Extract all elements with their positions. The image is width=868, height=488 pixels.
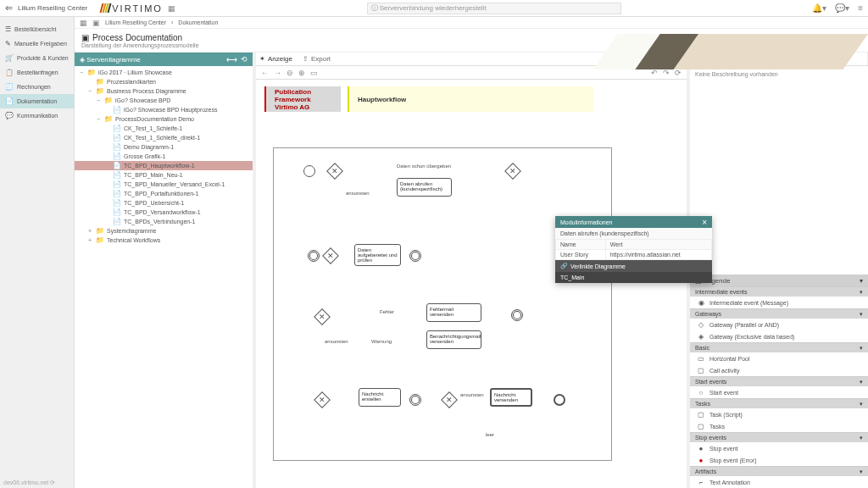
nav-item-1[interactable]: ✎Manuelle Freigaben — [0, 36, 74, 51]
fit-icon[interactable]: ▭ — [310, 69, 318, 77]
tab-metadata[interactable]: ▤Metadaten — [779, 53, 868, 65]
footer-host: dev06.virtimo.net ⟳ — [0, 478, 58, 488]
page-subtitle: Darstellung der Anwendungsprozessmodelle — [81, 42, 199, 48]
bell-icon[interactable]: 🔔▾ — [812, 3, 826, 13]
tree-item[interactable]: −📁iGo? Showcase BPD — [75, 96, 253, 105]
left-nav: ☰Bestellübersicht✎Manuelle Freigaben🛒Pro… — [0, 17, 75, 488]
tab-info[interactable]: ⓘInfo — [690, 53, 779, 65]
tree-item[interactable]: 📄CK_Test_1_Schleife-1 — [75, 124, 253, 133]
legend: ▤ Legende▾ Intermediate events▾ ◉Interme… — [690, 274, 868, 488]
logo: VIRTIMO — [101, 3, 163, 14]
gateway[interactable] — [441, 391, 458, 408]
tree-item[interactable]: 📄Demo Diagramm-1 — [75, 142, 253, 152]
app-title: Lilium Reselling Center — [18, 4, 87, 12]
tree-item[interactable]: 📁Prozesslandkarten — [75, 77, 253, 86]
tree-item[interactable]: 📄Grosse Grafik-1 — [75, 152, 253, 161]
header-box-framework: Publication FrameworkVirtimo AG — [264, 86, 341, 112]
end-event[interactable] — [554, 394, 565, 406]
popup-table: NameWert User Storyhttps://virtimo.atlas… — [555, 239, 712, 260]
nav-item-5[interactable]: 📄Dokumentation — [0, 94, 74, 108]
chat-icon[interactable]: 💬▾ — [835, 3, 849, 13]
gateway[interactable] — [326, 163, 343, 180]
right-panel: ⓘInfo ▤Metadaten Keine Beschreibung vorh… — [690, 53, 868, 488]
tree-item[interactable]: 📄CK_Test_1_Schleife_direkt-1 — [75, 133, 253, 142]
task-process-data[interactable]: Daten aufgebereitet und prüfen — [354, 244, 401, 266]
tree-item[interactable]: 📄TC_BPD_Main_Neu-1 — [75, 170, 253, 180]
zoom-out-icon[interactable]: ⊖ — [287, 69, 293, 77]
intermediate-event[interactable] — [511, 309, 523, 321]
chevron-down-icon[interactable]: ▾ — [860, 277, 863, 285]
nav-item-4[interactable]: 🧾Rechnungen — [0, 80, 74, 94]
nav-item-3[interactable]: 📋Bestellanfragen — [0, 65, 74, 80]
gateway[interactable] — [504, 163, 521, 180]
intermediate-event[interactable] — [409, 250, 421, 262]
tree-item[interactable]: +📁Technical Workflows — [75, 236, 253, 245]
nav-back-icon[interactable]: ← — [261, 69, 269, 77]
linked-diagrams-header: 🔗Verlinkte Diagramme — [555, 260, 712, 272]
task-create-msg[interactable]: Nachricht erstellen — [359, 388, 401, 407]
task-fetch-data[interactable]: Daten abrufen (kundenspezifisch) — [397, 178, 452, 197]
menu-icon[interactable]: ▦ — [168, 4, 175, 13]
gateway[interactable] — [322, 247, 339, 264]
task-notify-mail[interactable]: Benachrichtigungsmail versenden — [426, 330, 481, 349]
task-send-msg[interactable]: Nachricht versenden — [490, 388, 532, 407]
search-input[interactable]: ⓘ Serververbindung wiederhergestellt — [367, 3, 621, 14]
gear-icon[interactable]: ⚙ — [854, 36, 861, 45]
tree-item[interactable]: 📄TC_BPD_Versandworkflow-1 — [75, 208, 253, 217]
info-content: Keine Beschreibung vorhanden — [690, 66, 868, 82]
tab-display[interactable]: ✶Anzeige — [259, 55, 292, 63]
grid-icon[interactable]: ▦ — [80, 19, 87, 27]
task-error-mail[interactable]: Fehlermail versenden — [426, 303, 481, 322]
status-dot-yellow[interactable] — [841, 36, 849, 45]
collapse-icon[interactable]: ⟷ — [226, 55, 237, 64]
undo-icon[interactable]: ↶ — [651, 69, 658, 77]
linked-diagram-item[interactable]: TC_Main — [555, 272, 712, 283]
module-info-popup: Modulinformationen× Daten abrufen (kunde… — [555, 216, 712, 283]
diagram-icon: ◈ — [80, 56, 85, 64]
tree-item[interactable]: 📄TC_BPD_Uebersicht-1 — [75, 198, 253, 208]
link-icon: 🔗 — [560, 263, 568, 269]
close-icon[interactable]: × — [702, 218, 707, 227]
redo-icon[interactable]: ↷ — [663, 69, 670, 77]
box-icon[interactable]: ▣ — [92, 19, 100, 27]
tree-item[interactable]: −📁ProcessDocumentation Demo — [75, 114, 253, 124]
nav-item-2[interactable]: 🛒Produkte & Kunden — [0, 51, 74, 65]
tree-item[interactable]: −📁Business Process Diagramme — [75, 86, 253, 96]
refresh-icon[interactable]: ⟲ — [241, 55, 248, 64]
tab-export[interactable]: ⇪Export — [303, 55, 331, 63]
tree-item[interactable]: 📄TC_BPD_Hauptworkflow-1 — [75, 161, 253, 170]
gateway[interactable] — [314, 308, 331, 325]
zoom-in-icon[interactable]: ⊕ — [298, 69, 305, 77]
header-box-workflow: Hauptworkflow — [348, 86, 593, 112]
tree-item[interactable]: 📄TC_BPDs_Verbindungen-1 — [75, 217, 253, 226]
canvas-stage[interactable]: Publication FrameworkVirtimo AG Hauptwor… — [256, 80, 687, 488]
page-title: ▣Process Documentation — [81, 33, 199, 42]
back-icon[interactable]: ⇐ — [5, 3, 13, 14]
bpmn-diagram[interactable]: Daten schon übergeben Daten abrufen (kun… — [273, 147, 612, 461]
tree-panel: ◈ Serverdiagramme ⟷ ⟲ −📁iGo 2017 · Liliu… — [75, 53, 253, 488]
breadcrumb: ▦ ▣ Lilium Reselling Center › Dokumentat… — [75, 17, 868, 29]
nav-fwd-icon[interactable]: → — [274, 69, 281, 77]
reload-icon[interactable]: ⟳ — [675, 69, 682, 77]
hamburger-icon[interactable]: ≡ — [858, 3, 863, 13]
intermediate-event[interactable] — [409, 394, 421, 406]
tree-item[interactable]: +📁Systemdiagramme — [75, 226, 253, 236]
intermediate-event[interactable] — [308, 250, 320, 262]
nav-item-6[interactable]: 💬Kommunikation — [0, 108, 74, 123]
meta-icon: ▤ — [803, 55, 810, 63]
export-icon: ⇪ — [303, 55, 309, 63]
nav-item-0[interactable]: ☰Bestellübersicht — [0, 22, 74, 36]
info-icon: ⓘ — [371, 3, 378, 13]
tree-item[interactable]: 📄iGo? Showcase BPD Hauptprozess — [75, 105, 253, 114]
tree-item[interactable]: −📁iGo 2017 · Lilium Showcase — [75, 68, 253, 77]
tree-item[interactable]: 📄TC_BPD_Portalfunktionen-1 — [75, 189, 253, 198]
start-event[interactable] — [303, 165, 315, 177]
info-icon: ⓘ — [724, 54, 731, 64]
crosshair-icon: ✶ — [259, 55, 265, 63]
gateway[interactable] — [314, 391, 331, 408]
tree-item[interactable]: 📄TC_BPD_Manueller_Versand_Excel-1 — [75, 180, 253, 189]
